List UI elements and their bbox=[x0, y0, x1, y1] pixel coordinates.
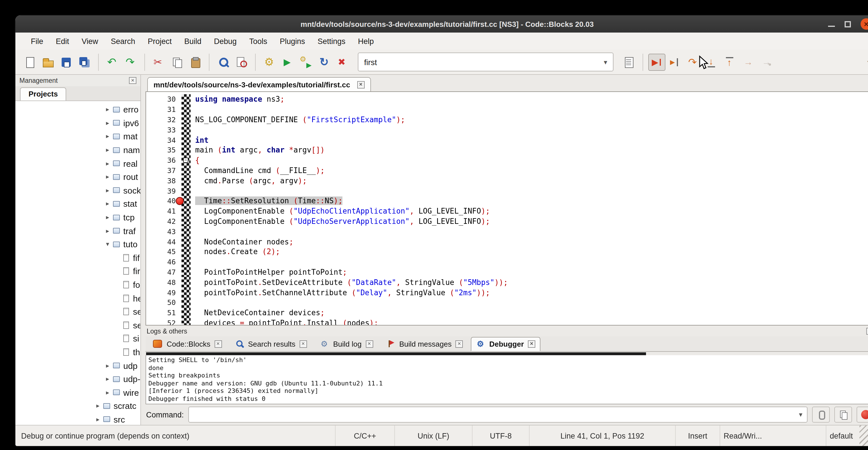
code-line-30[interactable]: 30using namespace ns3; bbox=[146, 94, 868, 104]
tree-item-tcp[interactable]: ▸tcp bbox=[16, 211, 141, 224]
tree-item-se[interactable]: se bbox=[16, 305, 141, 318]
tree-chevron-icon[interactable]: ▸ bbox=[103, 133, 112, 140]
tree-chevron-icon[interactable]: ▸ bbox=[103, 160, 112, 167]
breakpoint-margin[interactable] bbox=[182, 176, 191, 186]
breakpoint-margin[interactable] bbox=[182, 318, 191, 326]
editor-tab-first-cc[interactable]: mnt/dev/tools/source/ns-3-dev/examples/t… bbox=[147, 77, 371, 91]
code-line-36[interactable]: 36{− bbox=[146, 155, 868, 166]
tree-item-tuto[interactable]: ▾tuto bbox=[16, 238, 141, 251]
code-line-50[interactable]: 50 bbox=[146, 298, 868, 308]
next-instruction-button[interactable] bbox=[740, 53, 757, 70]
resize-grip[interactable] bbox=[860, 425, 868, 446]
tree-item-ipv6[interactable]: ▸ipv6 bbox=[16, 116, 141, 130]
tree-item-si[interactable]: si bbox=[16, 332, 141, 345]
code-line-44[interactable]: 44 NodeContainer nodes; bbox=[146, 236, 868, 247]
code-line-42[interactable]: 42 LogComponentEnable ("UdpEchoServerApp… bbox=[146, 216, 868, 227]
find-in-files-button[interactable] bbox=[233, 53, 250, 70]
tab-close-icon[interactable]: × bbox=[366, 340, 373, 348]
tab-close-icon[interactable]: × bbox=[528, 340, 535, 348]
breakpoint-margin[interactable] bbox=[182, 104, 191, 115]
menu-settings[interactable]: Settings bbox=[311, 33, 352, 50]
rebuild-button[interactable] bbox=[316, 53, 333, 70]
breakpoint-margin[interactable] bbox=[182, 247, 191, 257]
maximize-icon[interactable] bbox=[845, 21, 851, 27]
tree-item-se[interactable]: se bbox=[16, 318, 141, 332]
tree-item-he[interactable]: he bbox=[16, 292, 141, 305]
tree-chevron-icon[interactable]: ▸ bbox=[103, 200, 112, 208]
menu-edit[interactable]: Edit bbox=[50, 33, 75, 50]
menu-view[interactable]: View bbox=[75, 33, 104, 50]
menu-search[interactable]: Search bbox=[104, 33, 142, 50]
breakpoint-margin[interactable] bbox=[182, 287, 191, 298]
debugger-log-output[interactable]: Setting SHELL to '/bin/sh'doneSetting br… bbox=[146, 355, 868, 404]
breakpoint-margin[interactable] bbox=[182, 236, 191, 247]
minimize-icon[interactable] bbox=[828, 26, 835, 27]
stop-debugger-button[interactable] bbox=[857, 407, 868, 423]
logs-close-icon[interactable]: × bbox=[866, 328, 868, 334]
tree-item-rout[interactable]: ▸rout bbox=[16, 170, 141, 184]
command-input[interactable]: ▾ bbox=[188, 407, 807, 423]
tab-debugger[interactable]: Debugger× bbox=[471, 337, 540, 351]
tree-chevron-icon[interactable]: ▾ bbox=[103, 240, 112, 248]
tree-item-udp[interactable]: ▸udp- bbox=[16, 372, 141, 386]
code-line-52[interactable]: 52 devices = pointToPoint.Install (nodes… bbox=[146, 318, 868, 326]
tab-build-messages[interactable]: Build messages× bbox=[381, 337, 468, 351]
code-line-47[interactable]: 47 PointToPointHelper pointToPoint; bbox=[146, 267, 868, 277]
tree-item-mat[interactable]: ▸mat bbox=[16, 130, 141, 143]
tree-item-wire[interactable]: ▸wire bbox=[16, 386, 141, 399]
tab-code-blocks[interactable]: Code::Blocks× bbox=[147, 337, 227, 351]
open-files-list-button[interactable] bbox=[620, 53, 638, 70]
tree-chevron-icon[interactable]: ▸ bbox=[94, 416, 102, 423]
tree-item-sock[interactable]: ▸sock bbox=[16, 184, 141, 197]
breakpoint-margin[interactable] bbox=[182, 115, 191, 125]
tree-chevron-icon[interactable]: ▸ bbox=[103, 119, 112, 127]
chevron-down-icon[interactable]: ▾ bbox=[799, 411, 802, 419]
tree-chevron-icon[interactable]: ▸ bbox=[103, 214, 112, 221]
abort-build-button[interactable] bbox=[334, 53, 351, 70]
tree-item-nam[interactable]: ▸nam bbox=[16, 143, 141, 157]
breakpoint-margin[interactable] bbox=[182, 227, 191, 237]
menu-help[interactable]: Help bbox=[352, 33, 380, 50]
code-line-51[interactable]: 51 NetDeviceContainer devices; bbox=[146, 307, 868, 318]
breakpoint-margin[interactable] bbox=[182, 298, 191, 308]
tab-projects[interactable]: Projects bbox=[20, 87, 66, 100]
code-line-37[interactable]: 37 CommandLine cmd (__FILE__); bbox=[146, 165, 868, 176]
cut-button[interactable] bbox=[150, 53, 167, 70]
close-icon[interactable]: × bbox=[861, 18, 868, 30]
tab-search-results[interactable]: Search results× bbox=[230, 337, 312, 351]
tab-build-log[interactable]: Build log× bbox=[315, 337, 378, 351]
code-line-45[interactable]: 45 nodes.Create (2); bbox=[146, 247, 868, 257]
menu-plugins[interactable]: Plugins bbox=[273, 33, 311, 50]
paste-button[interactable] bbox=[187, 53, 204, 70]
build-target-combobox[interactable]: first ▾ bbox=[358, 53, 614, 71]
build-button[interactable] bbox=[261, 53, 278, 70]
code-editor[interactable]: 30using namespace ns3;3132NS_LOG_COMPONE… bbox=[146, 91, 868, 326]
run-to-cursor-button[interactable] bbox=[666, 53, 684, 70]
copy-log-button[interactable] bbox=[834, 407, 852, 423]
step-into-instruction-button[interactable] bbox=[758, 53, 775, 70]
build-and-run-button[interactable] bbox=[297, 53, 314, 70]
menu-file[interactable]: File bbox=[25, 33, 50, 50]
tree-chevron-icon[interactable]: ▸ bbox=[103, 146, 112, 154]
tree-chevron-icon[interactable]: ▸ bbox=[103, 375, 112, 383]
new-file-button[interactable] bbox=[21, 53, 38, 70]
tree-chevron-icon[interactable]: ▸ bbox=[103, 187, 112, 194]
tree-chevron-icon[interactable]: ▸ bbox=[103, 227, 112, 234]
tree-item-fo[interactable]: fo bbox=[16, 278, 141, 291]
breakpoint-margin[interactable] bbox=[182, 186, 191, 196]
tab-close-icon[interactable]: × bbox=[214, 340, 222, 348]
tree-item-erro[interactable]: ▸erro bbox=[16, 103, 141, 116]
breakpoint-margin[interactable] bbox=[182, 277, 191, 288]
menu-project[interactable]: Project bbox=[142, 33, 178, 50]
tree-item-real[interactable]: ▸real bbox=[16, 157, 141, 170]
fold-marker-icon[interactable]: − bbox=[183, 158, 188, 163]
tab-close-icon[interactable]: × bbox=[456, 340, 463, 348]
tree-chevron-icon[interactable]: ▸ bbox=[103, 106, 112, 113]
breakpoint-margin[interactable] bbox=[182, 165, 191, 176]
code-line-48[interactable]: 48 pointToPoint.SetDeviceAttribute ("Dat… bbox=[146, 277, 868, 288]
run-button[interactable] bbox=[279, 53, 296, 70]
tree-item-src[interactable]: ▸src bbox=[16, 413, 141, 425]
code-line-35[interactable]: 35main (int argc, char *argv[]) bbox=[146, 145, 868, 155]
code-line-34[interactable]: 34int bbox=[146, 135, 868, 145]
breakpoint-margin[interactable] bbox=[182, 267, 191, 277]
